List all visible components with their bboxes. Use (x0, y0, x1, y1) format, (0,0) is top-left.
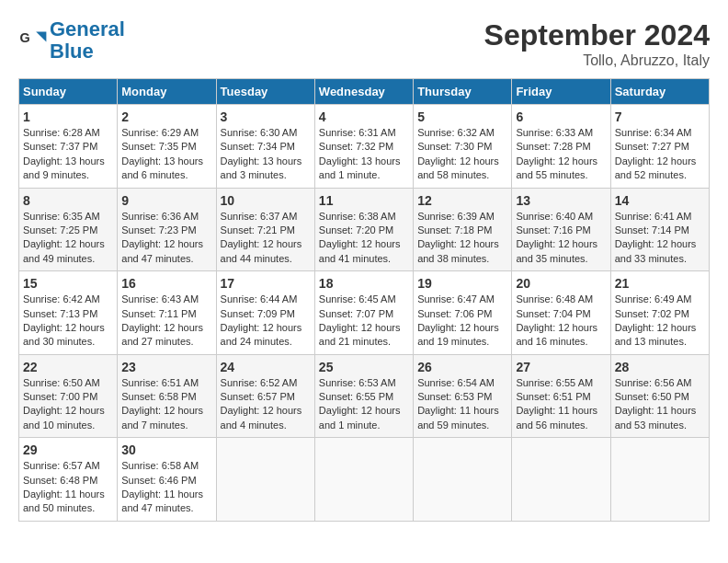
col-header-tuesday: Tuesday (216, 79, 314, 105)
week-row-4: 22Sunrise: 6:50 AMSunset: 7:00 PMDayligh… (19, 354, 710, 438)
day-number: 6 (516, 109, 606, 124)
day-number: 28 (615, 360, 705, 374)
day-info: Sunrise: 6:39 AMSunset: 7:18 PMDaylight:… (417, 210, 507, 267)
day-info: Sunrise: 6:36 AMSunset: 7:23 PMDaylight:… (121, 210, 211, 267)
day-cell: 14Sunrise: 6:41 AMSunset: 7:14 PMDayligh… (610, 188, 709, 271)
day-cell: 16Sunrise: 6:43 AMSunset: 7:11 PMDayligh… (118, 271, 216, 355)
day-info: Sunrise: 6:37 AMSunset: 7:21 PMDaylight:… (221, 210, 311, 267)
header-row: SundayMondayTuesdayWednesdayThursdayFrid… (19, 79, 710, 105)
day-info: Sunrise: 6:48 AMSunset: 7:04 PMDaylight:… (516, 293, 606, 350)
location-subtitle: Tollo, Abruzzo, Italy (484, 52, 710, 69)
day-number: 27 (516, 360, 606, 374)
day-info: Sunrise: 6:40 AMSunset: 7:16 PMDaylight:… (516, 210, 606, 267)
day-number: 23 (121, 360, 211, 374)
day-info: Sunrise: 6:47 AMSunset: 7:06 PMDaylight:… (417, 293, 507, 350)
day-cell (414, 438, 512, 522)
day-info: Sunrise: 6:45 AMSunset: 7:07 PMDaylight:… (319, 293, 409, 350)
day-number: 16 (121, 276, 211, 291)
day-number: 11 (319, 193, 409, 208)
day-cell: 5Sunrise: 6:32 AMSunset: 7:30 PMDaylight… (414, 105, 512, 189)
day-number: 19 (417, 276, 507, 291)
col-header-monday: Monday (118, 79, 216, 105)
day-cell: 23Sunrise: 6:51 AMSunset: 6:58 PMDayligh… (118, 354, 216, 438)
day-info: Sunrise: 6:28 AMSunset: 7:37 PMDaylight:… (23, 126, 113, 183)
svg-text:G: G (20, 30, 30, 45)
day-cell: 6Sunrise: 6:33 AMSunset: 7:28 PMDaylight… (512, 105, 610, 189)
day-cell: 19Sunrise: 6:47 AMSunset: 7:06 PMDayligh… (414, 271, 512, 355)
day-info: Sunrise: 6:31 AMSunset: 7:32 PMDaylight:… (319, 126, 409, 183)
day-info: Sunrise: 6:41 AMSunset: 7:14 PMDaylight:… (615, 210, 705, 267)
day-cell: 20Sunrise: 6:48 AMSunset: 7:04 PMDayligh… (512, 271, 610, 355)
day-info: Sunrise: 6:29 AMSunset: 7:35 PMDaylight:… (121, 126, 211, 183)
day-number: 25 (319, 360, 409, 374)
day-cell (512, 438, 610, 522)
day-cell: 4Sunrise: 6:31 AMSunset: 7:32 PMDaylight… (314, 105, 413, 189)
day-number: 8 (23, 193, 113, 208)
month-title: September 2024 (484, 18, 710, 52)
day-number: 29 (23, 442, 113, 457)
day-number: 17 (221, 276, 311, 291)
col-header-thursday: Thursday (414, 79, 512, 105)
day-number: 26 (417, 360, 507, 374)
day-info: Sunrise: 6:52 AMSunset: 6:57 PMDaylight:… (221, 376, 311, 433)
col-header-friday: Friday (512, 79, 610, 105)
day-cell: 8Sunrise: 6:35 AMSunset: 7:25 PMDaylight… (19, 188, 118, 271)
day-info: Sunrise: 6:49 AMSunset: 7:02 PMDaylight:… (615, 293, 705, 350)
day-number: 12 (417, 193, 507, 208)
day-number: 1 (23, 109, 113, 124)
day-cell: 28Sunrise: 6:56 AMSunset: 6:50 PMDayligh… (610, 354, 709, 438)
day-cell: 21Sunrise: 6:49 AMSunset: 7:02 PMDayligh… (610, 271, 709, 355)
day-info: Sunrise: 6:50 AMSunset: 7:00 PMDaylight:… (23, 376, 113, 433)
day-cell: 15Sunrise: 6:42 AMSunset: 7:13 PMDayligh… (19, 271, 118, 355)
logo-icon: G (18, 26, 48, 55)
day-number: 13 (516, 193, 606, 208)
logo-line1: General (50, 17, 125, 40)
day-number: 24 (221, 360, 311, 374)
day-number: 9 (121, 193, 211, 208)
col-header-wednesday: Wednesday (314, 79, 413, 105)
page-header: G General Blue September 2024 Tollo, Abr… (18, 18, 710, 69)
day-number: 5 (417, 109, 507, 124)
title-block: September 2024 Tollo, Abruzzo, Italy (484, 18, 710, 69)
day-cell: 30Sunrise: 6:58 AMSunset: 6:46 PMDayligh… (118, 438, 216, 522)
day-number: 30 (121, 442, 211, 457)
day-cell: 24Sunrise: 6:52 AMSunset: 6:57 PMDayligh… (216, 354, 314, 438)
logo-line2: Blue (50, 40, 94, 63)
day-cell: 10Sunrise: 6:37 AMSunset: 7:21 PMDayligh… (216, 188, 314, 271)
day-info: Sunrise: 6:35 AMSunset: 7:25 PMDaylight:… (23, 210, 113, 267)
day-info: Sunrise: 6:53 AMSunset: 6:55 PMDaylight:… (319, 376, 409, 433)
day-info: Sunrise: 6:34 AMSunset: 7:27 PMDaylight:… (615, 126, 705, 183)
day-cell: 25Sunrise: 6:53 AMSunset: 6:55 PMDayligh… (314, 354, 413, 438)
day-cell: 12Sunrise: 6:39 AMSunset: 7:18 PMDayligh… (414, 188, 512, 271)
day-cell: 18Sunrise: 6:45 AMSunset: 7:07 PMDayligh… (314, 271, 413, 355)
day-info: Sunrise: 6:51 AMSunset: 6:58 PMDaylight:… (121, 376, 211, 433)
day-cell: 26Sunrise: 6:54 AMSunset: 6:53 PMDayligh… (414, 354, 512, 438)
day-info: Sunrise: 6:32 AMSunset: 7:30 PMDaylight:… (417, 126, 507, 183)
day-cell: 22Sunrise: 6:50 AMSunset: 7:00 PMDayligh… (19, 354, 118, 438)
day-cell: 27Sunrise: 6:55 AMSunset: 6:51 PMDayligh… (512, 354, 610, 438)
day-number: 20 (516, 276, 606, 291)
day-info: Sunrise: 6:58 AMSunset: 6:46 PMDaylight:… (121, 459, 211, 516)
col-header-sunday: Sunday (19, 79, 118, 105)
day-cell (610, 438, 709, 522)
col-header-saturday: Saturday (610, 79, 709, 105)
day-info: Sunrise: 6:44 AMSunset: 7:09 PMDaylight:… (221, 293, 311, 350)
day-cell: 17Sunrise: 6:44 AMSunset: 7:09 PMDayligh… (216, 271, 314, 355)
day-info: Sunrise: 6:57 AMSunset: 6:48 PMDaylight:… (23, 459, 113, 516)
day-info: Sunrise: 6:33 AMSunset: 7:28 PMDaylight:… (516, 126, 606, 183)
day-info: Sunrise: 6:30 AMSunset: 7:34 PMDaylight:… (221, 126, 311, 183)
day-number: 18 (319, 276, 409, 291)
logo-text: General Blue (50, 18, 125, 63)
day-cell: 2Sunrise: 6:29 AMSunset: 7:35 PMDaylight… (118, 105, 216, 189)
day-info: Sunrise: 6:54 AMSunset: 6:53 PMDaylight:… (417, 376, 507, 433)
day-info: Sunrise: 6:43 AMSunset: 7:11 PMDaylight:… (121, 293, 211, 350)
day-number: 2 (121, 109, 211, 124)
day-info: Sunrise: 6:55 AMSunset: 6:51 PMDaylight:… (516, 376, 606, 433)
day-cell: 3Sunrise: 6:30 AMSunset: 7:34 PMDaylight… (216, 105, 314, 189)
week-row-5: 29Sunrise: 6:57 AMSunset: 6:48 PMDayligh… (19, 438, 710, 522)
day-number: 7 (615, 109, 705, 124)
day-cell: 29Sunrise: 6:57 AMSunset: 6:48 PMDayligh… (19, 438, 118, 522)
day-cell (216, 438, 314, 522)
day-number: 3 (221, 109, 311, 124)
day-info: Sunrise: 6:42 AMSunset: 7:13 PMDaylight:… (23, 293, 113, 350)
